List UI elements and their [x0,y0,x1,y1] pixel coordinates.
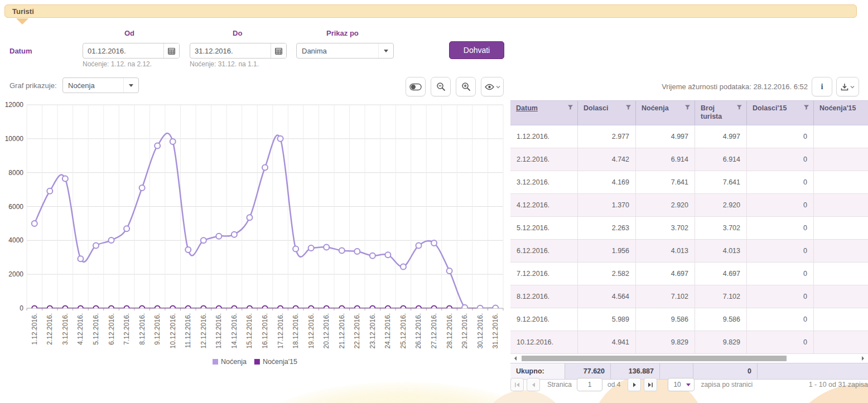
page-size-select[interactable]: 10 [668,378,695,391]
data-point-marker [170,306,175,311]
column-header[interactable]: Datum [510,101,578,125]
legend-label[interactable]: Noćenja [221,358,247,366]
table-cell: 6.914 [636,148,695,171]
table-cell: 4.742 [578,148,636,171]
date-from-input[interactable] [83,47,163,55]
table-row[interactable]: 5.12.2016.2.2633.7023.7020 [510,217,868,240]
data-point-marker [293,246,298,252]
filter-icon[interactable] [684,104,691,110]
table-cell: 3.702 [636,217,695,239]
footer-total: 136.887 [611,363,660,379]
zoom-in-button[interactable] [456,77,476,96]
scrollbar-thumb[interactable] [522,356,787,361]
table-cell: 6.914 [695,148,747,171]
nocenja-line-chart: 0200040006000800010000120001.12.2016.2.1… [0,99,508,375]
download-icon [841,83,848,91]
table-row[interactable]: 9.12.2016.5.9899.5869.5860 [510,308,868,331]
dohvati-button[interactable]: Dohvati [449,41,504,59]
column-header[interactable]: Noćenja [636,101,695,125]
visibility-button[interactable] [481,77,504,96]
scroll-left-icon[interactable] [512,355,519,362]
table-row[interactable]: 4.12.2016.1.3702.9202.9200 [510,194,868,217]
filter-icon[interactable] [567,104,573,110]
horizontal-scrollbar[interactable] [510,354,868,363]
filter-icon[interactable] [736,104,742,110]
x-axis-tick-label: 16.12.2016. [261,313,269,348]
toggle-series-button[interactable] [406,77,426,96]
column-label: Noćenja'15 [819,104,856,113]
calendar-button[interactable] [271,43,286,58]
zoom-out-button[interactable] [431,77,451,96]
table-cell: 0 [747,263,814,285]
column-label: Dolasci [584,104,608,113]
column-label: Dolasci'15 [753,104,787,113]
download-button[interactable] [836,77,859,96]
prikaz-po-select[interactable]: Danima [296,43,394,59]
data-point-marker [354,249,360,254]
data-point-marker [432,306,437,311]
x-axis-tick-label: 2.12.2016. [46,313,54,345]
date-to-field[interactable] [190,43,287,59]
data-point-marker [109,306,114,311]
x-axis-tick-label: 29.12.2016. [461,313,469,348]
table-row[interactable]: 2.12.2016.4.7426.9146.9140 [510,148,868,171]
column-header[interactable]: Dolasci [578,101,636,125]
data-point-marker [401,306,406,311]
date-from-field[interactable] [83,43,180,59]
info-button[interactable]: i [812,77,832,96]
last-page-button[interactable] [644,378,657,391]
x-axis-tick-label: 9.12.2016. [153,313,161,345]
data-point-marker [155,306,160,311]
first-page-button[interactable] [510,378,524,391]
table-cell: 7.641 [636,171,695,193]
calendar-button[interactable] [163,43,179,58]
table-row[interactable]: 10.12.2016.4.9419.8299.8290 [510,331,868,354]
x-axis-tick-label: 3.12.2016. [61,313,69,345]
table-row[interactable]: 7.12.2016.2.5824.6974.6970 [510,263,868,285]
table-row[interactable]: 3.12.2016.4.1697.6417.6410 [510,171,868,194]
next-page-button[interactable] [628,378,641,391]
date-to-input[interactable] [190,47,271,55]
data-point-marker [78,256,83,261]
table-cell: 6.12.2016. [510,240,578,262]
filter-icon[interactable] [803,104,809,110]
y-axis-tick-label: 2000 [8,270,23,278]
page-number-input[interactable] [577,378,602,391]
data-updated-label: Vrijeme ažurnosti podataka: 28.12.2016. … [662,82,808,91]
x-axis-tick-label: 21.12.2016. [338,313,346,348]
date-from-hint: Noćenje: 1.12. na 2.12. [83,60,152,68]
table-row[interactable]: 1.12.2016.2.9774.9974.9970 [510,125,868,148]
y-axis-tick-label: 8000 [8,169,23,177]
x-axis-tick-label: 7.12.2016. [123,313,131,345]
data-point-marker [308,245,314,251]
table-cell: 0 [747,171,814,193]
data-point-marker [32,221,37,226]
table-cell: 4.997 [636,125,695,148]
scroll-right-icon[interactable] [859,355,867,362]
x-axis-tick-label: 6.12.2016. [108,313,115,345]
data-point-marker [355,306,360,311]
table-cell: 7.641 [695,171,747,193]
legend-label[interactable]: Noćenja'15 [263,358,297,366]
data-point-marker [216,234,221,239]
data-point-marker [385,252,390,258]
y-axis-tick-label: 10000 [5,135,24,143]
graf-series-select[interactable]: Noćenja [62,77,139,93]
column-header[interactable]: Broj turista [695,101,747,125]
table-cell: 4.697 [695,263,747,285]
data-point-marker [62,306,67,311]
table-row[interactable]: 6.12.2016.1.9564.0134.0130 [510,240,868,263]
table-row[interactable]: 8.12.2016.4.5647.1027.1020 [510,285,868,308]
data-point-marker [247,215,252,220]
data-point-marker [447,268,452,274]
graf-series-value: Noćenja [63,81,123,90]
data-point-marker [170,139,176,144]
filter-icon[interactable] [625,104,631,110]
column-header[interactable]: Noćenja'15 [814,101,868,125]
prev-page-button[interactable] [527,378,540,391]
table-cell: 9.12.2016. [510,308,578,331]
tab-band: Turisti [4,4,857,18]
data-point-marker [62,176,68,182]
footer-label: Ukupno: [510,363,565,379]
column-header[interactable]: Dolasci'15 [747,101,814,125]
